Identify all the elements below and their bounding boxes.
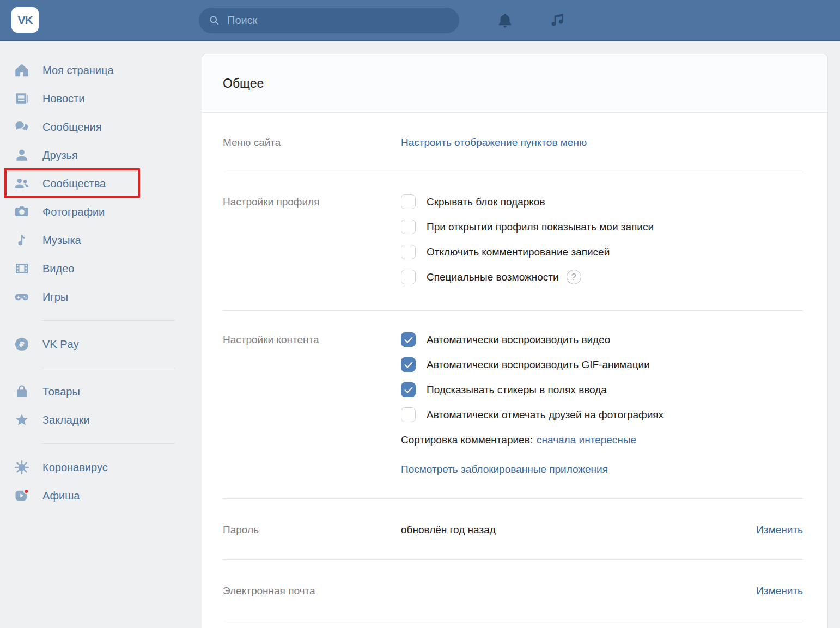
sidebar-item-afisha[interactable]: Афиша <box>0 481 202 510</box>
top-navigation-bar: VK <box>0 0 840 41</box>
checkbox-row-show-my-posts: При открытии профиля показывать мои запи… <box>401 220 803 234</box>
sidebar-item-label: Видео <box>42 263 74 275</box>
sidebar-item-label: Товары <box>42 386 80 398</box>
sidebar-item-label: Новости <box>42 93 84 105</box>
sidebar-item-news[interactable]: Новости <box>0 84 202 113</box>
checkbox-row-disable-comments: Отключить комментирование записей <box>401 245 803 259</box>
settings-header: Общее <box>202 54 827 113</box>
blocked-apps-link[interactable]: Посмотреть заблокированные приложения <box>401 462 608 477</box>
sidebar-item-label: VK Pay <box>42 338 79 351</box>
password-row: Пароль обновлён год назад Изменить <box>202 499 827 560</box>
help-question-icon[interactable]: ? <box>567 270 581 284</box>
sidebar-item-label: Фотографии <box>42 206 105 218</box>
camera-icon <box>14 204 30 220</box>
checkbox-label: Подсказывать стикеры в полях ввода <box>427 382 607 397</box>
person-icon <box>14 147 30 163</box>
svg-text:₽: ₽ <box>19 340 25 349</box>
music-note-icon <box>14 232 30 248</box>
sidebar-item-bookmarks[interactable]: Закладки <box>0 406 202 434</box>
sidebar-divider <box>42 368 175 368</box>
checkbox-row-auto-tag-friends: Автоматически отмечать друзей на фотогра… <box>401 407 803 422</box>
sidebar-item-label: Моя страница <box>42 64 114 77</box>
change-email-link[interactable]: Изменить <box>756 583 803 621</box>
password-label: Пароль <box>223 522 401 560</box>
checkbox-label: Автоматически воспроизводить видео <box>427 332 610 347</box>
checkbox-autoplay-video[interactable] <box>401 332 416 347</box>
checkbox-label: Отключить комментирование записей <box>427 245 610 259</box>
two-people-icon <box>14 175 30 192</box>
content-settings-row: Настройки контента Автоматически воспрои… <box>202 311 827 499</box>
site-menu-label: Меню сайта <box>223 135 401 172</box>
vk-logo-text: VK <box>17 14 32 27</box>
search-input[interactable] <box>227 14 434 27</box>
checkbox-auto-tag-friends[interactable] <box>401 407 416 422</box>
checkbox-label: Автоматически отмечать друзей на фотогра… <box>427 407 664 422</box>
checkbox-accessibility[interactable] <box>401 270 416 284</box>
sidebar-item-label: Закладки <box>42 414 90 426</box>
sidebar-item-games[interactable]: Игры <box>0 283 202 311</box>
sidebar-item-label: Коронавирус <box>42 461 108 474</box>
sidebar-divider <box>42 443 175 444</box>
sidebar-item-label: Сообщества <box>42 178 106 190</box>
sidebar-item-coronavirus[interactable]: Коронавирус <box>0 453 202 481</box>
checkbox-disable-comments[interactable] <box>401 245 416 259</box>
checkbox-sticker-suggest[interactable] <box>401 382 416 397</box>
checkbox-show-my-posts[interactable] <box>401 220 416 234</box>
sidebar-item-market[interactable]: Товары <box>0 377 202 406</box>
checkbox-label: При открытии профиля показывать мои запи… <box>427 220 654 234</box>
vk-logo[interactable]: VK <box>11 7 39 33</box>
comment-sort-value-link[interactable]: сначала интересные <box>537 432 636 447</box>
sidebar-item-photos[interactable]: Фотографии <box>0 198 202 226</box>
checkbox-row-hide-gifts: Скрывать блок подарков <box>401 194 803 209</box>
content-settings-label: Настройки контента <box>223 332 401 499</box>
sidebar-item-video[interactable]: Видео <box>0 254 202 283</box>
email-label: Электронная почта <box>223 583 401 621</box>
sidebar-item-label: Игры <box>42 291 68 303</box>
gamepad-icon <box>14 289 30 305</box>
configure-menu-link[interactable]: Настроить отображение пунктов меню <box>401 137 587 148</box>
checkbox-label: Скрывать блок подарков <box>427 194 545 209</box>
notifications-bell-icon[interactable] <box>496 11 514 30</box>
ruble-circle-icon: ₽ <box>14 336 30 352</box>
sidebar-item-label: Сообщения <box>42 121 102 133</box>
newspaper-icon <box>14 90 30 107</box>
sidebar-item-label: Музыка <box>42 234 81 247</box>
sidebar-item-communities[interactable]: Сообщества <box>0 169 202 198</box>
search-bar[interactable] <box>199 8 459 33</box>
sidebar-item-friends[interactable]: Друзья <box>0 141 202 169</box>
home-icon <box>14 62 30 78</box>
site-menu-row: Меню сайта Настроить отображение пунктов… <box>202 113 827 172</box>
checkbox-hide-gifts[interactable] <box>401 194 416 209</box>
sidebar-navigation: Моя страница Новости Сообщения Друзья <box>0 41 202 628</box>
checkbox-label: Автоматически воспроизводить GIF-анимаци… <box>427 357 650 372</box>
checkbox-row-autoplay-video: Автоматически воспроизводить видео <box>401 332 803 347</box>
sidebar-item-vk-pay[interactable]: ₽ VK Pay <box>0 330 202 358</box>
shopping-bag-icon <box>14 383 30 400</box>
blocked-apps-line: Посмотреть заблокированные приложения <box>401 462 803 477</box>
sidebar-item-label: Афиша <box>42 490 80 502</box>
sidebar-item-music[interactable]: Музыка <box>0 226 202 254</box>
checkbox-autoplay-gif[interactable] <box>401 357 416 372</box>
password-value: обновлён год назад <box>401 522 756 560</box>
sidebar-item-messages[interactable]: Сообщения <box>0 113 202 141</box>
email-value <box>401 583 756 621</box>
checkbox-row-autoplay-gif: Автоматически воспроизводить GIF-анимаци… <box>401 357 803 372</box>
search-icon <box>208 14 221 27</box>
film-strip-icon <box>14 260 30 277</box>
checkbox-label: Специальные возможности <box>427 270 559 284</box>
music-icon[interactable] <box>547 11 566 30</box>
play-video-badge-icon <box>14 487 30 504</box>
settings-panel: Общее Меню сайта Настроить отображение п… <box>202 54 828 628</box>
virus-icon <box>14 459 30 475</box>
comment-sort-line: Сортировка комментариев: сначала интерес… <box>401 432 803 447</box>
profile-settings-row: Настройки профиля Скрывать блок подарков… <box>202 172 827 311</box>
checkbox-row-sticker-suggest: Подсказывать стикеры в полях ввода <box>401 382 803 397</box>
change-password-link[interactable]: Изменить <box>756 522 803 560</box>
profile-settings-label: Настройки профиля <box>223 194 401 311</box>
sidebar-item-my-page[interactable]: Моя страница <box>0 56 202 84</box>
sidebar-divider <box>42 320 175 321</box>
sidebar-item-label: Друзья <box>42 149 78 162</box>
page-title: Общее <box>223 76 264 91</box>
email-row: Электронная почта Изменить <box>202 560 827 621</box>
star-icon <box>14 412 30 428</box>
